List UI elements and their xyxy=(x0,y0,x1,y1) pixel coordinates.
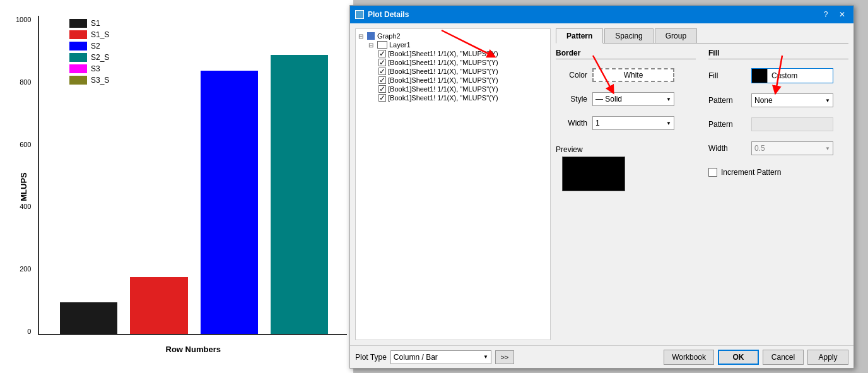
tree-checkbox-row3[interactable]: ✓ xyxy=(378,68,386,75)
width2-label: Width xyxy=(708,144,746,153)
plot-type-dropdown[interactable]: Column / Bar xyxy=(390,350,491,364)
preview-box xyxy=(562,157,625,191)
y-axis-line xyxy=(38,16,39,335)
tree-label-layer1: Layer1 xyxy=(389,41,411,49)
help-button[interactable]: ? xyxy=(819,9,832,20)
chart-area: MLUPS S1 S1_S S2 S2_S S3 S3_S 1000 80 xyxy=(0,0,353,373)
tree-checkbox-row6[interactable]: ✓ xyxy=(378,94,386,102)
width-value: 1 xyxy=(595,119,600,127)
tree-node-row6[interactable]: ✓ [Book1]Sheet1! 1/1(X), "MLUPS"(Y) xyxy=(358,93,548,102)
width2-field-row: Width 0.5 xyxy=(708,141,848,155)
arrow-button[interactable]: >> xyxy=(495,350,514,364)
dialog-titlebar: Plot Details ? ✕ xyxy=(350,6,853,23)
increment-pattern-row: Increment Pattern xyxy=(708,168,848,177)
tree-node-row3[interactable]: ✓ [Book1]Sheet1! 1/1(X), "MLUPS"(Y) xyxy=(358,67,548,76)
style-label: Style xyxy=(556,95,587,104)
tab-pattern[interactable]: Pattern xyxy=(556,28,603,44)
increment-pattern-label: Increment Pattern xyxy=(721,168,781,177)
style-field-row: Style — Solid xyxy=(556,92,696,106)
tree-label-row1: [Book1]Sheet1! 1/1(X), "MLUPS"(Y) xyxy=(388,50,498,57)
plot-type-label: Plot Type xyxy=(355,353,387,362)
tree-label-row3: [Book1]Sheet1! 1/1(X), "MLUPS"(Y) xyxy=(388,68,498,75)
fill-section: Fill Fill Custom Pattern None xyxy=(708,49,848,343)
plot-details-dialog: Plot Details ? ✕ ⊟ Graph2 ⊟ Layer1 ✓ [Bo… xyxy=(349,5,854,369)
close-button[interactable]: ✕ xyxy=(836,9,848,20)
border-section-title: Border xyxy=(556,49,696,59)
width-field-row: Width 1 xyxy=(556,116,696,130)
color-field-row: Color White xyxy=(556,68,696,82)
fill-custom-label: Custom xyxy=(767,69,833,83)
graph2-icon xyxy=(367,32,375,40)
tree-checkbox-row4[interactable]: ✓ xyxy=(378,76,386,84)
tree-checkbox-row2[interactable]: ✓ xyxy=(378,59,386,66)
pattern1-label: Pattern xyxy=(708,96,746,105)
fill-section-title: Fill xyxy=(708,49,848,59)
right-panel: Pattern Spacing Group Border Color White xyxy=(556,28,848,343)
pattern1-dropdown[interactable]: None xyxy=(751,93,833,107)
cancel-button[interactable]: Cancel xyxy=(763,350,804,365)
tree-label-row6: [Book1]Sheet1! 1/1(X), "MLUPS"(Y) xyxy=(388,94,498,102)
tabs-row: Pattern Spacing Group xyxy=(556,28,848,44)
tree-label-row5: [Book1]Sheet1! 1/1(X), "MLUPS"(Y) xyxy=(388,85,498,93)
pattern1-field-row: Pattern None xyxy=(708,93,848,107)
width2-input[interactable]: 0.5 xyxy=(751,141,833,155)
tab-group[interactable]: Group xyxy=(655,28,697,43)
pattern1-value: None xyxy=(754,96,773,105)
tree-node-row2[interactable]: ✓ [Book1]Sheet1! 1/1(X), "MLUPS"(Y) xyxy=(358,58,548,67)
increment-pattern-checkbox[interactable] xyxy=(708,168,717,177)
tree-expander-layer1: ⊟ xyxy=(368,42,377,49)
dialog-body: ⊟ Graph2 ⊟ Layer1 ✓ [Book1]Sheet1! 1/1(X… xyxy=(350,23,853,345)
tree-checkbox-row5[interactable]: ✓ xyxy=(378,85,386,93)
preview-section: Preview xyxy=(556,145,696,191)
x-axis-line xyxy=(38,334,347,335)
panel-content: Border Color White Style — Solid xyxy=(556,49,848,343)
pattern2-label: Pattern xyxy=(708,120,746,129)
tree-label-row2: [Book1]Sheet1! 1/1(X), "MLUPS"(Y) xyxy=(388,59,498,66)
width-dropdown[interactable]: 1 xyxy=(592,116,674,130)
tab-spacing[interactable]: Spacing xyxy=(604,28,653,43)
dialog-footer: Plot Type Column / Bar >> Workbook OK Ca… xyxy=(350,345,853,368)
plot-type-value: Column / Bar xyxy=(394,353,438,362)
fill-label: Fill xyxy=(708,71,746,80)
color-label: Color xyxy=(556,71,587,80)
ok-button[interactable]: OK xyxy=(718,350,759,365)
tree-label-row4: [Book1]Sheet1! 1/1(X), "MLUPS"(Y) xyxy=(388,76,498,84)
tree-label-graph2: Graph2 xyxy=(377,32,401,40)
width2-value: 0.5 xyxy=(754,144,765,153)
bar-s1 xyxy=(60,302,117,334)
tree-node-row5[interactable]: ✓ [Book1]Sheet1! 1/1(X), "MLUPS"(Y) xyxy=(358,85,548,93)
pattern2-swatch xyxy=(751,117,833,131)
layer1-icon xyxy=(377,41,387,49)
bar-s1s xyxy=(130,277,187,334)
bar-s2 xyxy=(201,71,258,334)
tree-node-row4[interactable]: ✓ [Book1]Sheet1! 1/1(X), "MLUPS"(Y) xyxy=(358,76,548,85)
x-axis-label: Row Numbers xyxy=(166,345,221,354)
dialog-title: Plot Details xyxy=(368,10,816,19)
color-input[interactable]: White xyxy=(592,68,674,82)
fill-field-row: Fill Custom xyxy=(708,68,848,83)
workbook-button[interactable]: Workbook xyxy=(664,350,714,365)
color-value: White xyxy=(624,71,643,80)
y-axis-labels: 1000 800 600 400 200 0 xyxy=(16,16,31,335)
tree-checkbox-row1[interactable]: ✓ xyxy=(378,50,386,57)
pattern2-field-row: Pattern xyxy=(708,117,848,131)
style-dropdown[interactable]: — Solid xyxy=(592,92,674,106)
bars-container xyxy=(41,17,347,334)
tree-expander-graph2: ⊟ xyxy=(358,33,367,40)
bar-s2s xyxy=(271,55,328,334)
preview-label: Preview xyxy=(556,145,696,154)
apply-button[interactable]: Apply xyxy=(807,350,848,365)
tree-panel[interactable]: ⊟ Graph2 ⊟ Layer1 ✓ [Book1]Sheet1! 1/1(X… xyxy=(355,28,551,340)
style-value: — Solid xyxy=(595,95,622,104)
fill-color-swatch xyxy=(752,69,767,83)
tree-node-graph2[interactable]: ⊟ Graph2 xyxy=(358,32,548,40)
width-label: Width xyxy=(556,119,587,127)
tree-node-layer1[interactable]: ⊟ Layer1 xyxy=(358,40,548,49)
dialog-icon xyxy=(355,10,364,19)
border-section: Border Color White Style — Solid xyxy=(556,49,696,343)
fill-button[interactable]: Custom xyxy=(751,68,833,83)
tree-node-row1[interactable]: ✓ [Book1]Sheet1! 1/1(X), "MLUPS"(Y) xyxy=(358,49,548,58)
